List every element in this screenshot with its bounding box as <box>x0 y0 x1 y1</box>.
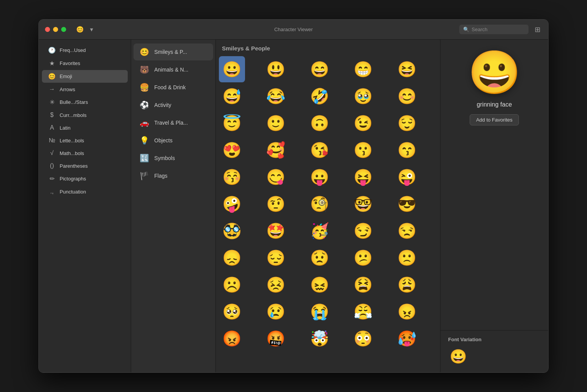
emoji-cell[interactable]: 😫 <box>350 272 376 298</box>
emoji-cell[interactable]: 😏 <box>350 218 376 244</box>
sidebar-item-currency[interactable]: $ Curr...mbols <box>42 109 128 121</box>
category-item-food[interactable]: 🍔 Food & Drink <box>133 79 213 96</box>
emoji-cell[interactable]: 😟 <box>307 245 333 271</box>
emoji-cell[interactable]: 😖 <box>307 272 333 298</box>
emoji-cell[interactable]: 😂 <box>263 83 289 109</box>
emoji-cell[interactable]: 😣 <box>263 272 289 298</box>
category-item-symbols[interactable]: 🔣 Symbols <box>133 150 213 167</box>
section-header: Smileys & People <box>216 40 440 55</box>
emoji-cell[interactable]: 🤨 <box>263 191 289 217</box>
content-area: 🕐 Freq...Used ★ Favorites 😊 Emoji → Arro… <box>39 40 548 372</box>
sidebar-label-freq-used: Freq...Used <box>60 47 86 53</box>
category-label-smileys: Smileys & P... <box>154 49 187 55</box>
emoji-cell[interactable]: 😞 <box>219 245 245 271</box>
emoji-cell[interactable]: 😒 <box>394 218 420 244</box>
sidebar-item-arrows[interactable]: → Arrows <box>42 83 128 95</box>
sidebar-item-emoji[interactable]: 😊 Emoji <box>42 70 128 83</box>
maximize-button[interactable] <box>61 27 66 32</box>
toolbar-right: 🔍 ⊞ <box>459 24 542 35</box>
category-item-flags[interactable]: 🏴 Flags <box>133 167 213 184</box>
sidebar-item-favorites[interactable]: ★ Favorites <box>42 57 128 70</box>
math-icon: √ <box>48 150 56 157</box>
category-item-activity[interactable]: ⚽ Activity <box>133 97 213 113</box>
animals-category-icon: 🐻 <box>139 65 150 74</box>
emoji-cell[interactable]: 🥰 <box>263 137 289 163</box>
emoji-cell[interactable]: ☹️ <box>219 272 245 298</box>
emoji-picker-button[interactable]: 😊 <box>74 24 86 35</box>
emoji-cell[interactable]: 🙃 <box>307 110 333 136</box>
emoji-scroll[interactable]: 😀😃😄😁😆😅😂🤣🥹😊😇🙂🙃😉😌😍🥰😘😗😙😚😋😛😝😜🤪🤨🧐🤓😎🥸🤩🥳😏😒😞😔😟😕🙁… <box>216 55 440 372</box>
sidebar-item-freq-used[interactable]: 🕐 Freq...Used <box>42 44 128 57</box>
emoji-cell[interactable]: 😘 <box>307 137 333 163</box>
emoji-cell[interactable]: 😚 <box>219 164 245 190</box>
emoji-cell[interactable]: 🥹 <box>350 83 376 109</box>
emoji-cell[interactable]: 😜 <box>394 164 420 190</box>
emoji-cell[interactable]: 🥸 <box>219 218 245 244</box>
sidebar-item-punctuation[interactable]: ., Punctuation <box>42 185 128 198</box>
emoji-cell[interactable]: 😆 <box>394 56 420 82</box>
emoji-cell[interactable]: 🤣 <box>307 83 333 109</box>
emoji-cell[interactable]: 😗 <box>350 137 376 163</box>
add-to-favorites-button[interactable]: Add to Favorites <box>470 114 519 125</box>
emoji-cell[interactable]: 😕 <box>350 245 376 271</box>
sidebar-label-favorites: Favorites <box>60 60 80 66</box>
flags-category-icon: 🏴 <box>139 171 150 180</box>
emoji-cell[interactable]: 😤 <box>350 299 376 325</box>
sidebar-item-bullets[interactable]: ✳ Bulle.../Stars <box>42 96 128 108</box>
emoji-cell[interactable]: 😙 <box>394 137 420 163</box>
category-item-travel[interactable]: 🚗 Travel & Pla... <box>133 114 213 131</box>
emoji-cell[interactable]: 😎 <box>394 191 420 217</box>
objects-category-icon: 💡 <box>139 136 150 145</box>
minimize-button[interactable] <box>53 27 58 32</box>
emoji-cell[interactable]: 😭 <box>307 299 333 325</box>
emoji-cell[interactable]: 😁 <box>350 56 376 82</box>
sidebar-item-pictographs[interactable]: ✏ Pictographs <box>42 172 128 185</box>
emoji-cell[interactable]: 😍 <box>219 137 245 163</box>
category-item-smileys[interactable]: 😊 Smileys & P... <box>133 43 213 60</box>
emoji-cell[interactable]: 🤬 <box>263 325 289 352</box>
search-box[interactable]: 🔍 <box>459 25 529 34</box>
emoji-cell[interactable]: 🥳 <box>307 218 333 244</box>
emoji-cell[interactable]: 😝 <box>350 164 376 190</box>
sidebar-label-emoji: Emoji <box>60 73 72 79</box>
chevron-button[interactable]: ▾ <box>88 24 95 35</box>
emoji-cell[interactable]: 😄 <box>307 56 333 82</box>
emoji-cell[interactable]: 😃 <box>263 56 289 82</box>
emoji-cell[interactable]: 😠 <box>394 299 420 325</box>
category-item-animals[interactable]: 🐻 Animals & N... <box>133 61 213 78</box>
sidebar-label-pictographs: Pictographs <box>60 176 86 182</box>
emoji-cell[interactable]: 😡 <box>219 325 245 352</box>
emoji-cell[interactable]: 🤓 <box>350 191 376 217</box>
emoji-cell[interactable]: 😔 <box>263 245 289 271</box>
grid-view-icon[interactable]: ⊞ <box>533 24 542 35</box>
emoji-cell[interactable]: 😊 <box>394 83 420 109</box>
sidebar-item-latin[interactable]: A Latin <box>42 122 128 134</box>
emoji-cell[interactable]: 🙁 <box>394 245 420 271</box>
close-button[interactable] <box>45 27 50 32</box>
emoji-cell[interactable]: 🤩 <box>263 218 289 244</box>
sidebar-item-letterlike[interactable]: № Lette...bols <box>42 134 128 147</box>
emoji-cell[interactable]: 🤪 <box>219 191 245 217</box>
emoji-cell[interactable]: 😋 <box>263 164 289 190</box>
category-item-objects[interactable]: 💡 Objects <box>133 132 213 149</box>
emoji-cell[interactable]: 😅 <box>219 83 245 109</box>
search-input[interactable] <box>472 27 525 32</box>
sidebar-item-math[interactable]: √ Math...bols <box>42 147 128 159</box>
emoji-cell[interactable]: 😩 <box>394 272 420 298</box>
emoji-cell[interactable]: 🥺 <box>219 299 245 325</box>
sidebar-item-parentheses[interactable]: () Parentheses <box>42 160 128 172</box>
emoji-cell[interactable]: 🥵 <box>394 325 420 352</box>
emoji-cell[interactable]: 😢 <box>263 299 289 325</box>
emoji-cell[interactable]: 😀 <box>219 56 245 82</box>
emoji-cell[interactable]: 😌 <box>394 110 420 136</box>
emoji-cell[interactable]: 😉 <box>350 110 376 136</box>
emoji-cell[interactable]: 🙂 <box>263 110 289 136</box>
emoji-cell[interactable]: 😛 <box>307 164 333 190</box>
emoji-cell[interactable]: 😳 <box>350 325 376 352</box>
detail-top: 😀 grinning face Add to Favorites <box>440 40 548 330</box>
emoji-cell[interactable]: 😇 <box>219 110 245 136</box>
emoji-cell[interactable]: 🤯 <box>307 325 333 352</box>
emoji-cell[interactable]: 🧐 <box>307 191 333 217</box>
font-variation-emoji[interactable]: 😀 <box>448 347 469 366</box>
category-label-flags: Flags <box>154 173 167 179</box>
